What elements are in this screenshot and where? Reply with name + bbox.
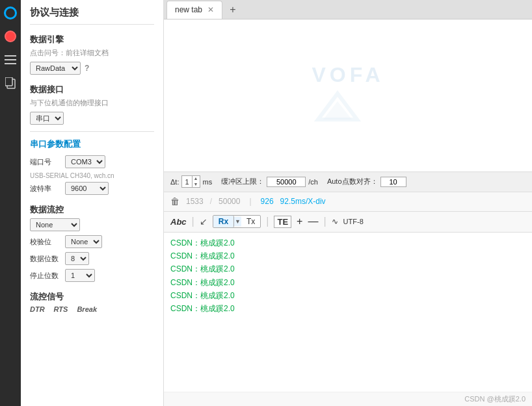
main-area: new tab ✕ + VOFA Δt: 1 ▲ ▼ ms (164, 0, 532, 406)
abc-label: Abc (170, 217, 187, 227)
data-bits-row: 数据位数 8 7 (30, 252, 154, 265)
port-note: USB-SERIAL CH340, wch.cn (30, 172, 154, 179)
wave-icon[interactable]: ∿ (332, 217, 338, 226)
data-value1: 926 (261, 197, 274, 206)
terminal-line-4: CSDN：桃成蹊2.0 (170, 289, 525, 302)
baud-rate-label: 波特率 (30, 184, 61, 194)
dtr-label: DTR (30, 305, 45, 313)
data-bits-select[interactable]: 8 7 (65, 252, 89, 265)
parity-select[interactable]: None Even Odd (65, 235, 102, 248)
svg-rect-2 (5, 63, 16, 64)
svg-rect-4 (5, 77, 12, 86)
icon-circle[interactable] (3, 5, 18, 21)
stop-bits-select[interactable]: 1 1.5 2 (65, 269, 95, 282)
parity-row: 校验位 None Even Odd (30, 235, 154, 248)
tab-label: new tab (175, 5, 202, 14)
break-label: Break (77, 305, 97, 313)
delta-label: Δt: (170, 178, 179, 186)
data-slash: / (210, 197, 212, 206)
terminal-output: CSDN：桃成蹊2.0 CSDN：桃成蹊2.0 CSDN：桃成蹊2.0 CSDN… (164, 233, 532, 392)
rx-button[interactable]: Rx (213, 216, 234, 227)
data-total: 50000 (219, 197, 240, 206)
flow-control-title: 数据流控 (30, 204, 154, 216)
sidebar-title: 协议与连接 (30, 6, 154, 25)
svg-rect-0 (5, 55, 16, 57)
sep2: | (266, 216, 269, 227)
utf-label[interactable]: UTF-8 (343, 218, 364, 225)
vofa-logo-text: VOFA (312, 63, 384, 87)
stop-bits-row: 停止位数 1 1.5 2 (30, 269, 154, 282)
flow-control-select[interactable]: None RTS/CTS (30, 218, 80, 231)
tab-close-button[interactable]: ✕ (207, 6, 214, 14)
control-bar: Δt: 1 ▲ ▼ ms 缓冲区上限： /ch Auto点数对齐： (164, 171, 532, 192)
tab-add-button[interactable]: + (225, 2, 241, 18)
delta-down-button[interactable]: ▼ (193, 182, 200, 187)
tab-bar: new tab ✕ + (164, 0, 532, 19)
rts-label: RTS (54, 305, 68, 313)
baud-rate-row: 波特率 9600 115200 38400 (30, 182, 154, 195)
tab-new[interactable]: new tab ✕ (166, 1, 222, 19)
buffer-input[interactable] (267, 177, 306, 187)
data-interface-subtitle: 与下位机通信的物理接口 (30, 98, 154, 108)
cursor-icon[interactable]: ↙ (200, 216, 207, 227)
auto-label: Auto点数对齐： (327, 177, 378, 186)
terminal-line-1: CSDN：桃成蹊2.0 (170, 249, 525, 262)
help-icon[interactable]: ? (85, 64, 89, 73)
tx-button[interactable]: Tx (241, 216, 260, 227)
sidebar: 协议与连接 数据引擎 点击问号：前往详细文档 RawData JustFloat… (21, 0, 164, 406)
buffer-unit: /ch (308, 178, 318, 186)
rx-tx-group: Rx ▼ Tx (213, 215, 261, 228)
attribution-bar: CSDN @桃成蹊2.0 (164, 392, 532, 406)
stop-bits-label: 停止位数 (30, 271, 61, 281)
data-engine-subtitle: 点击问号：前往详细文档 (30, 48, 154, 58)
data-interface-title: 数据接口 (30, 84, 154, 95)
sep1: | (192, 216, 194, 227)
canvas-area: VOFA (164, 19, 532, 171)
flow-control-row: None RTS/CTS (30, 218, 154, 231)
data-engine-select[interactable]: RawData JustFloat FireWater (30, 62, 81, 75)
data-interface-select[interactable]: 串口 网络 (30, 112, 64, 125)
attribution-text: CSDN @桃成蹊2.0 (464, 394, 525, 404)
auto-control: Auto点数对齐： (327, 177, 406, 187)
vofa-logo-svg (312, 87, 364, 126)
delta-up-button[interactable]: ▲ (193, 176, 200, 181)
auto-input[interactable] (380, 177, 406, 187)
parity-label: 校验位 (30, 237, 61, 247)
terminal-toolbar: Abc | ↙ Rx ▼ Tx | TE + — | ∿ UTF-8 (164, 212, 532, 233)
signal-labels-row: DTR RTS Break (30, 305, 154, 313)
icon-menu[interactable] (3, 52, 18, 68)
te-label[interactable]: TE (274, 216, 291, 228)
data-rate: 92.5ms/X-div (280, 197, 326, 206)
sep3: | (323, 216, 326, 227)
plus-button[interactable]: + (297, 216, 302, 227)
data-interface-row: 串口 网络 (30, 112, 154, 125)
data-pipe: | (249, 197, 251, 206)
terminal-line-0: CSDN：桃成蹊2.0 (170, 236, 525, 249)
data-engine-title: 数据引擎 (30, 34, 154, 45)
delta-control: Δt: 1 ▲ ▼ ms (170, 175, 212, 188)
trash-icon[interactable]: 🗑 (170, 196, 180, 207)
data-bits-label: 数据位数 (30, 254, 61, 264)
terminal-line-5: CSDN：桃成蹊2.0 (170, 302, 525, 315)
data-current: 1533 (186, 197, 204, 206)
terminal-line-2: CSDN：桃成蹊2.0 (170, 262, 525, 275)
terminal-line-3: CSDN：桃成蹊2.0 (170, 276, 525, 289)
flow-signal-title: 流控信号 (30, 291, 154, 303)
delta-value: 1 (182, 177, 191, 186)
minus-button[interactable]: — (308, 216, 318, 227)
port-num-row: 端口号 COM3 COM1 COM2 (30, 155, 154, 168)
baud-rate-select[interactable]: 9600 115200 38400 (65, 182, 109, 195)
icon-copy[interactable] (3, 75, 18, 91)
data-engine-row: RawData JustFloat FireWater ? (30, 62, 154, 75)
vofa-logo: VOFA (312, 63, 384, 128)
icon-bar (0, 0, 21, 406)
data-bar: 🗑 1533 / 50000 | 926 92.5ms/X-div (164, 192, 532, 212)
port-num-select[interactable]: COM3 COM1 COM2 (65, 155, 105, 168)
delta-unit: ms (203, 178, 213, 186)
rx-arrow: ▼ (234, 217, 241, 226)
buffer-control: 缓冲区上限： /ch (221, 177, 318, 187)
icon-record[interactable] (3, 29, 18, 44)
port-config-title: 串口参数配置 (30, 138, 154, 150)
svg-rect-1 (5, 59, 16, 60)
divider (30, 131, 154, 132)
